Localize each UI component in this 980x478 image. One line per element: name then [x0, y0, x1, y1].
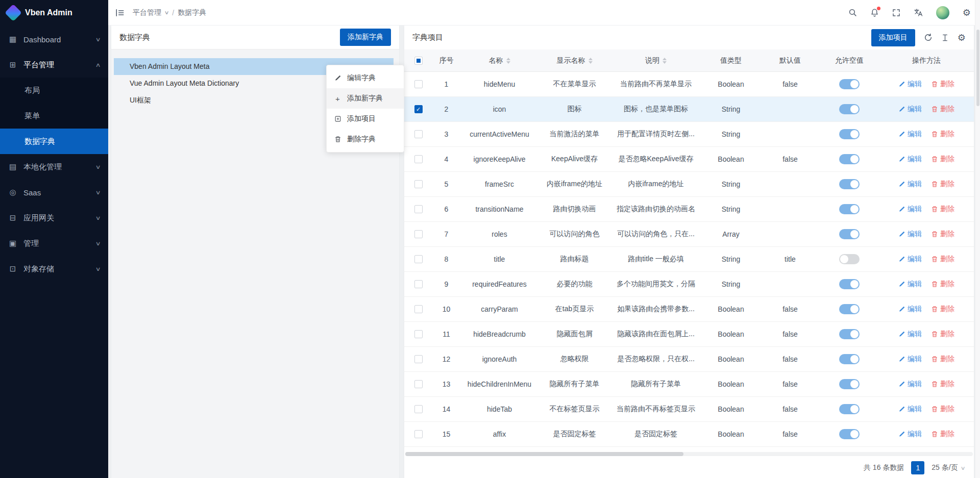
breadcrumb-root[interactable]: 平台管理: [133, 8, 161, 17]
refresh-icon[interactable]: [924, 33, 933, 42]
edit-button[interactable]: 编辑: [898, 255, 922, 264]
allow-empty-toggle[interactable]: [839, 429, 860, 439]
context-menu-item-1[interactable]: +添加新字典: [327, 88, 404, 109]
sort-icons[interactable]: [663, 58, 667, 64]
allow-empty-toggle[interactable]: [839, 154, 860, 164]
row-checkbox[interactable]: [414, 180, 423, 188]
notification-bell-icon[interactable]: [870, 8, 879, 17]
allow-empty-toggle[interactable]: [839, 129, 860, 139]
delete-button[interactable]: 删除: [931, 430, 954, 439]
edit-button[interactable]: 编辑: [898, 430, 922, 439]
row-checkbox[interactable]: [414, 380, 423, 388]
delete-button[interactable]: 删除: [931, 105, 954, 114]
delete-button[interactable]: 删除: [931, 405, 954, 414]
settings-gear-icon[interactable]: ⚙: [963, 8, 971, 17]
edit-button[interactable]: 编辑: [898, 205, 922, 214]
row-checkbox[interactable]: [414, 205, 423, 213]
allow-empty-toggle[interactable]: [839, 179, 860, 189]
delete-button[interactable]: 删除: [931, 180, 954, 189]
row-checkbox[interactable]: [414, 355, 423, 363]
edit-button[interactable]: 编辑: [898, 155, 922, 164]
edit-button[interactable]: 编辑: [898, 230, 922, 239]
allow-empty-toggle[interactable]: [839, 254, 860, 264]
allow-empty-toggle[interactable]: [839, 204, 860, 214]
edit-button[interactable]: 编辑: [898, 280, 922, 289]
search-icon[interactable]: [848, 8, 857, 17]
sidebar-item-4[interactable]: ⊟应用网关∨: [0, 205, 108, 231]
delete-button[interactable]: 删除: [931, 130, 954, 139]
user-avatar[interactable]: [936, 6, 949, 19]
row-checkbox[interactable]: [414, 255, 423, 263]
delete-button[interactable]: 删除: [931, 380, 954, 389]
allow-empty-toggle[interactable]: [839, 329, 860, 339]
delete-button[interactable]: 删除: [931, 255, 954, 264]
allow-empty-toggle[interactable]: [839, 304, 860, 314]
select-all-checkbox[interactable]: [414, 57, 423, 65]
sort-icons[interactable]: [589, 58, 593, 64]
delete-button[interactable]: 删除: [931, 205, 954, 214]
row-checkbox[interactable]: [414, 280, 423, 288]
sidebar-item-0[interactable]: ▦Dashboard∨: [0, 27, 108, 52]
sidebar-subitem-1-2[interactable]: 数据字典: [0, 129, 108, 154]
row-checkbox[interactable]: [414, 80, 423, 88]
sort-icons[interactable]: [506, 58, 510, 64]
row-checkbox[interactable]: [414, 130, 423, 138]
page-size-select[interactable]: 25 条/页 ∨: [932, 463, 965, 472]
horizontal-scrollbar-thumb[interactable]: [405, 452, 683, 456]
row-checkbox[interactable]: ✓: [414, 105, 423, 113]
add-dictionary-button[interactable]: 添加新字典: [340, 29, 391, 46]
row-height-icon[interactable]: [941, 34, 949, 42]
delete-button[interactable]: 删除: [931, 155, 954, 164]
translate-icon[interactable]: [914, 8, 923, 17]
delete-button[interactable]: 删除: [931, 230, 954, 239]
allow-empty-toggle[interactable]: [839, 279, 860, 289]
row-checkbox[interactable]: [414, 305, 423, 313]
allow-empty-toggle[interactable]: [839, 229, 860, 239]
allow-empty-toggle[interactable]: [839, 379, 860, 389]
edit-button[interactable]: 编辑: [898, 130, 922, 139]
sidebar-item-2[interactable]: ▤本地化管理∨: [0, 154, 108, 180]
add-item-button[interactable]: 添加项目: [871, 29, 915, 46]
fullscreen-icon[interactable]: [892, 9, 900, 17]
edit-button[interactable]: 编辑: [898, 380, 922, 389]
row-checkbox[interactable]: [414, 155, 423, 163]
context-menu-item-0[interactable]: 编辑字典: [327, 68, 404, 88]
pagination-page-1[interactable]: 1: [911, 461, 924, 474]
sidebar-subitem-1-0[interactable]: 布局: [0, 78, 108, 103]
edit-button[interactable]: 编辑: [898, 80, 922, 89]
sidebar-item-5[interactable]: ▣管理∨: [0, 231, 108, 256]
allow-empty-toggle[interactable]: [839, 354, 860, 364]
delete-button[interactable]: 删除: [931, 80, 954, 89]
vertical-scrollbar[interactable]: [975, 0, 980, 478]
delete-button[interactable]: 删除: [931, 330, 954, 339]
delete-button[interactable]: 删除: [931, 355, 954, 364]
sidebar-item-6[interactable]: ⊡对象存储∨: [0, 256, 108, 282]
row-checkbox[interactable]: [414, 230, 423, 238]
allow-empty-toggle[interactable]: [839, 404, 860, 414]
edit-button[interactable]: 编辑: [898, 180, 922, 189]
edit-button[interactable]: 编辑: [898, 330, 922, 339]
edit-button[interactable]: 编辑: [898, 405, 922, 414]
sidebar-collapse-icon[interactable]: [115, 8, 125, 17]
edit-button[interactable]: 编辑: [898, 105, 922, 114]
sidebar-item-1[interactable]: ⊞平台管理∧: [0, 52, 108, 78]
row-checkbox[interactable]: [414, 430, 423, 438]
cell-display-name: 必要的功能: [538, 280, 610, 289]
row-checkbox[interactable]: [414, 330, 423, 338]
horizontal-scrollbar[interactable]: [405, 452, 973, 456]
sidebar-subitem-1-1[interactable]: 菜单: [0, 103, 108, 129]
context-menu-item-2[interactable]: 添加项目: [327, 109, 404, 129]
cell-description: 内嵌iframe的地址: [610, 180, 701, 189]
allow-empty-toggle[interactable]: [839, 79, 860, 89]
column-settings-gear-icon[interactable]: ⚙: [958, 33, 966, 42]
vertical-scrollbar-thumb[interactable]: [976, 30, 979, 106]
app-logo[interactable]: Vben Admin: [0, 0, 108, 26]
row-checkbox[interactable]: [414, 405, 423, 413]
allow-empty-toggle[interactable]: [839, 104, 860, 114]
context-menu-item-3[interactable]: 删除字典: [327, 129, 404, 149]
delete-button[interactable]: 删除: [931, 280, 954, 289]
sidebar-item-3[interactable]: ◎Saas∨: [0, 180, 108, 205]
delete-button[interactable]: 删除: [931, 305, 954, 314]
edit-button[interactable]: 编辑: [898, 305, 922, 314]
edit-button[interactable]: 编辑: [898, 355, 922, 364]
